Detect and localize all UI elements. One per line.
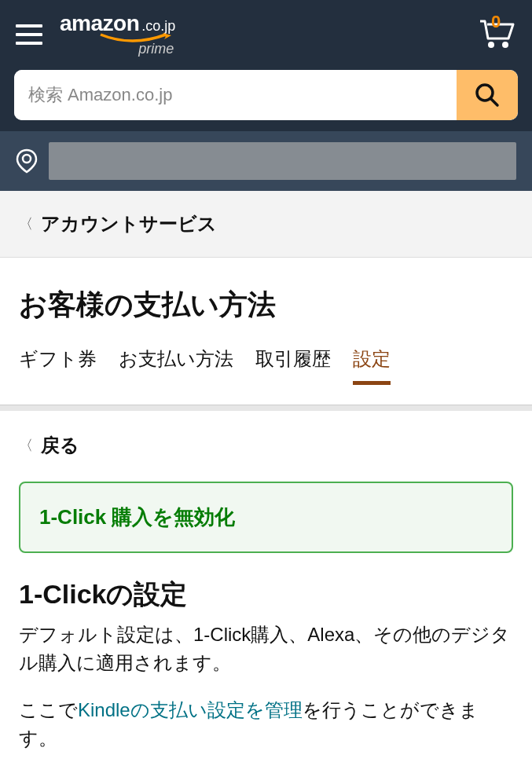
search-box [14, 70, 518, 120]
svg-point-0 [488, 42, 494, 48]
back-label: 戻る [41, 433, 79, 458]
search-row [0, 65, 532, 131]
location-row[interactable] [0, 131, 532, 191]
svg-point-4 [23, 155, 31, 163]
logo-domain: .co.jp [141, 18, 175, 35]
breadcrumb[interactable]: 〈 アカウントサービス [0, 191, 532, 258]
menu-icon[interactable] [16, 24, 42, 45]
success-message: 1-Click 購入を無効化 [39, 505, 236, 529]
cart-button[interactable]: 0 [477, 16, 516, 53]
divider [0, 405, 532, 411]
section-title: 1-Clickの設定 [19, 577, 513, 613]
success-message-box: 1-Click 購入を無効化 [19, 482, 513, 553]
kindle-settings-link[interactable]: Kindleの支払い設定を管理 [78, 699, 303, 720]
tab-settings[interactable]: 設定 [353, 346, 391, 385]
back-button[interactable]: 〈 戻る [0, 411, 532, 482]
content-area: 1-Click 購入を無効化 1-Clickの設定 デフォルト設定は、1-Cli… [0, 482, 532, 771]
tab-payment-methods[interactable]: お支払い方法 [119, 346, 233, 385]
search-button[interactable] [457, 70, 518, 120]
chevron-left-icon: 〈 [19, 436, 33, 455]
location-icon [16, 148, 38, 174]
page-title: お客様の支払い方法 [19, 286, 513, 324]
location-placeholder [49, 142, 516, 180]
cart-count: 0 [491, 12, 501, 32]
tab-gift-cards[interactable]: ギフト券 [19, 346, 97, 385]
tab-transactions[interactable]: 取引履歴 [255, 346, 331, 385]
search-icon [475, 82, 500, 108]
logo-prime: prime [138, 41, 174, 57]
logo[interactable]: amazon .co.jp prime [60, 11, 175, 57]
breadcrumb-label: アカウントサービス [41, 211, 217, 236]
chevron-left-icon: 〈 [19, 214, 33, 233]
section-description: デフォルト設定は、1-Click購入、Alexa、その他のデジタル購入に適用され… [19, 621, 513, 677]
search-input[interactable] [14, 70, 457, 120]
header-left: amazon .co.jp prime [16, 11, 175, 57]
main-content: お客様の支払い方法 ギフト券 お支払い方法 取引履歴 設定 [0, 258, 532, 405]
app-header: amazon .co.jp prime 0 [0, 0, 532, 65]
note-prefix: ここで [19, 699, 78, 720]
svg-line-3 [491, 99, 497, 105]
tabs: ギフト券 お支払い方法 取引履歴 設定 [19, 346, 513, 386]
section-note: ここでKindleの支払い設定を管理を行うことができます。 [19, 696, 513, 753]
svg-point-1 [502, 42, 508, 48]
